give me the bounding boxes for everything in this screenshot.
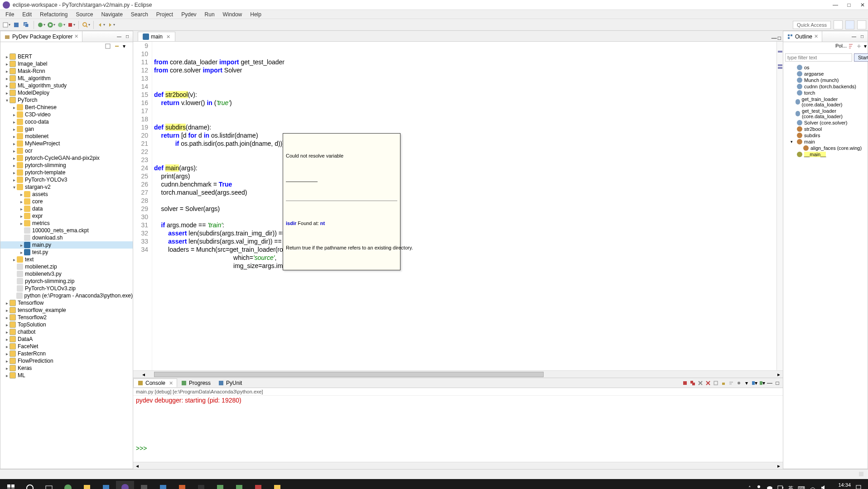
tree-item-ml[interactable]: ▸ML	[0, 372, 133, 379]
menu-pydev[interactable]: Pydev	[178, 10, 200, 19]
outline-solver--core-solver-[interactable]: Solver (core.solver)	[783, 120, 868, 126]
tree-item-pytorch[interactable]: ▾PyTorch	[0, 96, 133, 104]
minimize-view-button[interactable]: —	[850, 33, 858, 40]
tree-item-mask-rcnn[interactable]: ▸Mask-Rcnn	[0, 67, 133, 75]
tree-item-test-py[interactable]: ▸test.py	[0, 249, 133, 256]
package-explorer-tab[interactable]: PyDev Package Explorer ✕	[0, 31, 82, 42]
close-tab-icon[interactable]: ✕	[166, 34, 170, 40]
code-line-13[interactable]: def str2bool(v):	[154, 91, 776, 99]
taskbar-app-10[interactable]	[230, 481, 248, 489]
menu-search[interactable]: Search	[127, 10, 152, 19]
tree-item-chatbot[interactable]: ▸chatbot	[0, 328, 133, 336]
outline-expand-button[interactable]	[856, 43, 863, 51]
taskbar-app-6[interactable]	[154, 481, 172, 489]
tree-item-facenet[interactable]: ▸FaceNet	[0, 343, 133, 350]
console-tab-console[interactable]: Console✕	[133, 379, 177, 387]
remove-terminated-button[interactable]	[697, 379, 704, 387]
open-perspective-button[interactable]	[834, 20, 843, 29]
tree-item-expr[interactable]: ▸expr	[0, 212, 133, 220]
taskbar-app-7[interactable]	[173, 481, 191, 489]
tray-ime-icon[interactable]: ⌨	[798, 485, 805, 489]
tree-item-bert-chinese[interactable]: ▸Bert-Chinese	[0, 104, 133, 111]
console-prompt[interactable]: >>>	[136, 445, 780, 452]
cortana-button[interactable]	[21, 481, 39, 489]
tree-item-pytorch-yolov3-zip[interactable]: PyTorch-YOLOv3.zip	[0, 285, 133, 292]
menu-edit[interactable]: Edit	[19, 10, 35, 19]
console-hscroll[interactable]: ◂▸	[133, 462, 783, 469]
code-content[interactable]: from core.data_loader import get_test_lo…	[152, 42, 776, 370]
code-line-21[interactable]	[154, 156, 776, 164]
tree-item-ml-algorithm[interactable]: ▸ML_algorithm	[0, 75, 133, 82]
code-line-17[interactable]: def subdirs(dname):	[154, 123, 776, 131]
tree-item-pytorch-template[interactable]: ▸pytorch-template	[0, 169, 133, 176]
console-tab-pyunit[interactable]: PyUnit	[214, 379, 246, 387]
ext-tools-button[interactable]: ▾	[67, 20, 76, 29]
overview-ruler[interactable]	[776, 42, 783, 370]
new-button[interactable]: ▾	[2, 20, 11, 29]
scroll-lock-button[interactable]	[720, 379, 727, 387]
terminate-all-button[interactable]	[689, 379, 696, 387]
debug-button[interactable]: ▾	[37, 20, 46, 29]
tree-item-mobilenet[interactable]: ▸mobilenet	[0, 133, 133, 140]
system-tray[interactable]: ˄ 英 ⌨ 14:34 2020/5/9	[748, 482, 866, 489]
tree-item-download-sh[interactable]: download.sh	[0, 234, 133, 241]
task-view-button[interactable]	[40, 481, 58, 489]
clear-console-button[interactable]	[712, 379, 719, 387]
taskbar-eclipse[interactable]	[116, 481, 134, 489]
minimize-view-button[interactable]: —	[116, 33, 123, 40]
menu-navigate[interactable]: Navigate	[97, 10, 126, 19]
tree-item-python--e--program---anaconda3-python-exe-[interactable]: python (e:\Program - Anaconda3\python.ex…	[0, 292, 133, 299]
console-tab-progress[interactable]: Progress	[177, 379, 214, 387]
taskbar-app-2[interactable]	[78, 481, 96, 489]
code-line-30[interactable]: assert len(subdirs(args.train_img_dir)) …	[154, 229, 776, 237]
tree-item-metrics[interactable]: ▸metrics	[0, 220, 133, 227]
editor-hscroll[interactable]: ◂ ▸	[133, 370, 783, 378]
terminate-button[interactable]	[681, 379, 689, 387]
menu-help[interactable]: Help	[246, 10, 265, 19]
tree-item-assets[interactable]: ▸assets	[0, 191, 133, 198]
menu-file[interactable]: File	[2, 10, 18, 19]
taskbar-app-9[interactable]	[211, 481, 229, 489]
tray-battery-icon[interactable]	[777, 485, 784, 489]
menu-source[interactable]: Source	[72, 10, 96, 19]
tree-item-gan[interactable]: ▸gan	[0, 125, 133, 133]
outline-argparse[interactable]: argparse	[783, 71, 868, 77]
tree-item-topsolution[interactable]: ▸TopSolution	[0, 321, 133, 328]
tree-item-ml-algorithm-study[interactable]: ▸ML_algorithm_study	[0, 82, 133, 89]
code-line-31[interactable]: assert len(subdirs(args.val_img_dir)) ==…	[154, 237, 776, 245]
open-console-button[interactable]: ▾	[751, 379, 758, 387]
menu-project[interactable]: Project	[153, 10, 177, 19]
maximize-button[interactable]: □	[846, 2, 852, 8]
search-button[interactable]: ▾	[82, 20, 91, 29]
editor-tab-main[interactable]: main ✕	[138, 32, 175, 41]
debug-perspective-button[interactable]	[857, 20, 866, 29]
code-line-9[interactable]: from core.data_loader import get_test_lo…	[154, 58, 776, 66]
tree-item-dataa[interactable]: ▸DataA	[0, 336, 133, 343]
menu-refactoring[interactable]: Refactoring	[36, 10, 71, 19]
menu-run[interactable]: Run	[201, 10, 218, 19]
minimize-editor-button[interactable]: —	[772, 35, 777, 41]
collapse-all-button[interactable]	[105, 43, 113, 51]
run-button[interactable]: ▾	[47, 20, 56, 29]
tray-up-icon[interactable]: ˄	[748, 485, 751, 489]
maximize-view-button[interactable]: □	[124, 33, 131, 40]
code-line-22[interactable]: def main(args):	[154, 164, 776, 172]
code-line-19[interactable]: if os.path.isdir(os.path.join(dname, d))…	[154, 139, 776, 148]
pin-console-button[interactable]	[735, 379, 743, 387]
tree-item-c3d-video[interactable]: ▸C3D-video	[0, 111, 133, 118]
outline-get-train-loader--core-data-loader-[interactable]: get_train_loader (core.data_loader)	[783, 96, 868, 108]
tree-item-keras[interactable]: ▸Keras	[0, 364, 133, 372]
tree-item-pytorch-slimming-zip[interactable]: pytorch-slimming.zip	[0, 278, 133, 285]
tree-item-tensorflow[interactable]: ▸Tensorflow	[0, 299, 133, 307]
tray-time[interactable]: 14:34	[831, 482, 851, 488]
tree-item-coco-data[interactable]: ▸coco-data	[0, 118, 133, 125]
code-line-28[interactable]	[154, 213, 776, 221]
tree-item-tensorflow-example[interactable]: ▸tensorflow_example	[0, 307, 133, 314]
quick-access[interactable]: Quick Access	[793, 21, 831, 29]
maximize-console-button[interactable]: □	[774, 379, 781, 387]
tree-item-pytorch-cyclegan-and-pix2pix[interactable]: ▸pytorch-CycleGAN-and-pix2pix	[0, 154, 133, 162]
tree-item-core[interactable]: ▸core	[0, 198, 133, 205]
tray-people-icon[interactable]	[756, 484, 762, 489]
outline---main--[interactable]: __main__	[783, 151, 868, 158]
outline-main[interactable]: ▾main	[783, 139, 868, 145]
